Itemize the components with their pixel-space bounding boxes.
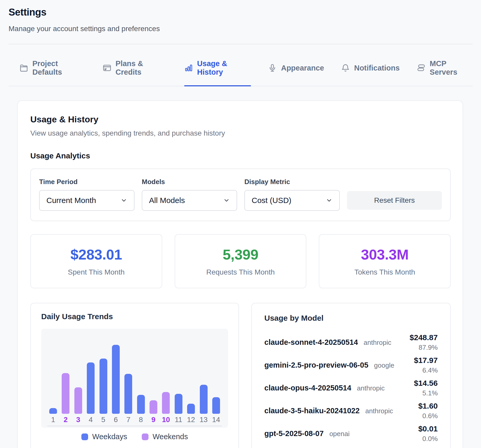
weekday-bar: [100, 359, 107, 414]
x-axis-tick-label: 2: [64, 414, 68, 426]
chart-title: Daily Usage Trends: [41, 312, 228, 321]
weekday-bar: [212, 397, 220, 414]
model-cost: $0.010.0%: [418, 424, 438, 443]
legend-item-weekdays: Weekdays: [81, 432, 127, 441]
chart-column-day-6: 6: [110, 329, 122, 426]
model-usage-row: claude-3-5-haiku-20241022anthropic$1.600…: [264, 401, 438, 421]
weekend-bar: [162, 392, 170, 414]
time-period-label: Time Period: [39, 178, 135, 186]
usage-by-model-rows: claude-sonnet-4-20250514anthropic$248.87…: [264, 332, 438, 443]
settings-page: Settings Manage your account settings an…: [0, 0, 481, 448]
x-axis-tick-label: 7: [126, 414, 130, 426]
x-axis-tick-label: 14: [212, 414, 220, 426]
model-percent: 5.1%: [414, 389, 438, 397]
time-period-select[interactable]: Current Month: [39, 190, 135, 211]
models-value: All Models: [149, 196, 185, 205]
chart-column-day-11: 11: [172, 329, 185, 426]
folder-icon: [19, 64, 28, 72]
model-info: claude-3-5-haiku-20241022anthropic: [264, 407, 393, 415]
section-title: Usage & History: [30, 114, 451, 124]
bar-chart-icon: [184, 64, 193, 72]
model-usage-row: claude-sonnet-4-20250514anthropic$248.87…: [264, 332, 438, 352]
model-info: gpt-5-2025-08-07openai: [264, 429, 350, 438]
x-axis-tick-label: 5: [101, 414, 105, 426]
model-amount: $248.87: [410, 333, 438, 342]
weekend-bar: [150, 400, 157, 414]
models-label: Models: [142, 178, 237, 186]
model-cost: $17.976.4%: [414, 356, 438, 374]
tab-plans-credits[interactable]: Plans & Credits: [103, 59, 167, 86]
tab-usage-history[interactable]: Usage & History: [184, 59, 251, 86]
tab-label: Project Defaults: [32, 59, 86, 76]
bell-icon: [341, 64, 350, 72]
model-usage-row: gpt-5-2025-08-07openai$0.010.0%: [264, 424, 438, 443]
model-usage-row: gemini-2.5-pro-preview-06-05google$17.97…: [264, 355, 438, 375]
time-period-value: Current Month: [46, 196, 96, 205]
x-axis-tick-label: 8: [139, 414, 143, 426]
stat-value: $283.01: [70, 246, 122, 263]
tab-label: MCP Servers: [430, 59, 472, 76]
model-amount: $0.01: [418, 424, 438, 433]
x-axis-tick-label: 9: [151, 414, 155, 426]
stat-label: Tokens This Month: [354, 268, 415, 276]
weekday-bar: [112, 345, 120, 414]
stat-label: Spent This Month: [68, 268, 125, 276]
legend-swatch-icon: [142, 433, 148, 440]
display-metric-value: Cost (USD): [252, 196, 291, 205]
daily-usage-trends-panel: Daily Usage Trends 1234567891011121314 W…: [30, 303, 239, 448]
models-select[interactable]: All Models: [142, 190, 237, 211]
model-name: claude-sonnet-4-20250514: [264, 338, 358, 347]
weekday-bar: [200, 385, 208, 414]
stat-value: 303.3M: [361, 246, 409, 263]
stat-cards: $283.01Spent This Month5,399Requests Thi…: [30, 234, 451, 288]
chart-legend: WeekdaysWeekends: [41, 432, 228, 441]
page-subtitle: Manage your account settings and prefere…: [9, 25, 472, 33]
usage-analytics-heading: Usage Analytics: [30, 151, 451, 160]
microphone-icon: [268, 64, 277, 72]
weekday-bar: [137, 395, 145, 414]
chevron-down-icon: [121, 197, 127, 204]
chart-column-day-7: 7: [122, 329, 135, 426]
model-name: gpt-5-2025-08-07: [264, 429, 324, 438]
usage-by-model-panel: Usage by Model claude-sonnet-4-20250514a…: [251, 303, 451, 448]
x-axis-tick-label: 6: [114, 414, 118, 426]
legend-item-weekends: Weekends: [142, 432, 188, 441]
model-info: gemini-2.5-pro-preview-06-05google: [264, 361, 394, 369]
stat-card: $283.01Spent This Month: [30, 234, 162, 288]
page-title: Settings: [9, 7, 472, 18]
x-axis-line: [47, 426, 222, 426]
model-name: claude-opus-4-20250514: [264, 384, 351, 392]
stat-label: Requests This Month: [206, 268, 275, 276]
tab-label: Plans & Credits: [116, 59, 167, 76]
weekend-bar: [74, 387, 82, 414]
model-percent: 87.9%: [410, 344, 438, 352]
chevron-down-icon: [223, 197, 230, 204]
time-period-filter: Time Period Current Month: [39, 178, 135, 211]
model-provider: anthropic: [365, 407, 393, 415]
tab-appearance[interactable]: Appearance: [268, 59, 324, 86]
tab-mcp-servers[interactable]: MCP Servers: [417, 59, 472, 86]
tab-project-defaults[interactable]: Project Defaults: [19, 59, 86, 86]
chevron-down-icon: [326, 197, 333, 204]
settings-tabbar: Project DefaultsPlans & CreditsUsage & H…: [9, 44, 472, 86]
x-axis-tick-label: 3: [76, 414, 80, 426]
reset-filters-button[interactable]: Reset Filters: [347, 191, 442, 210]
display-metric-select[interactable]: Cost (USD): [244, 190, 340, 211]
usage-by-model-title: Usage by Model: [264, 314, 438, 323]
server-stack-icon: [417, 64, 426, 72]
model-percent: 0.6%: [418, 412, 438, 420]
chart-column-day-2: 2: [59, 329, 72, 426]
display-metric-label: Display Metric: [244, 178, 340, 186]
chart-column-day-1: 1: [47, 329, 59, 426]
tab-label: Notifications: [354, 64, 400, 72]
chart-column-day-8: 8: [135, 329, 147, 426]
bottom-panels: Daily Usage Trends 1234567891011121314 W…: [30, 303, 451, 448]
chart-column-day-10: 10: [160, 329, 172, 426]
model-amount: $17.97: [414, 356, 438, 365]
tab-notifications[interactable]: Notifications: [341, 59, 400, 86]
section-subtitle: View usage analytics, spending trends, a…: [30, 129, 451, 137]
chart-column-day-14: 14: [210, 329, 222, 426]
model-provider: anthropic: [357, 384, 385, 392]
weekday-bar: [175, 394, 182, 414]
model-name: claude-3-5-haiku-20241022: [264, 407, 360, 415]
